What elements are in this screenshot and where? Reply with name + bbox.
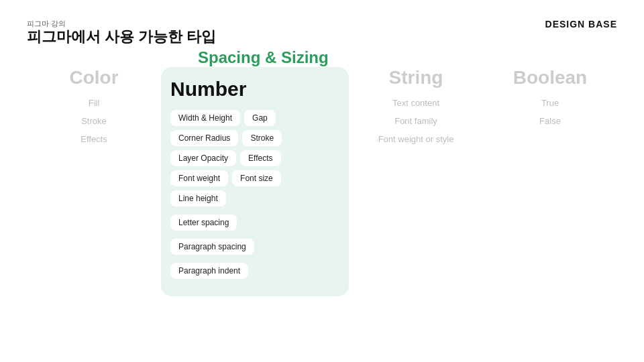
tag-gap: Gap xyxy=(244,110,276,126)
tag-paragraph-indent: Paragraph indent xyxy=(170,263,248,279)
columns-container: Color Fill Stroke Effects Number Width &… xyxy=(27,67,617,296)
color-item-effects: Effects xyxy=(80,133,107,145)
tag-letter-spacing: Letter spacing xyxy=(170,215,237,231)
boolean-items: True False xyxy=(483,97,617,127)
tag-stroke: Stroke xyxy=(242,130,282,146)
color-column: Color Fill Stroke Effects xyxy=(27,67,161,145)
boolean-item-false: False xyxy=(539,115,561,127)
tag-font-size: Font size xyxy=(232,170,281,186)
string-items: Text content Font family Font weight or … xyxy=(349,97,483,145)
main-title: 피그마에서 사용 가능한 타입 xyxy=(27,27,216,47)
brand-logo: DESIGN BASE xyxy=(545,19,617,29)
section-heading: Spacing & Sizing xyxy=(198,48,329,67)
tag-layer-opacity: Layer Opacity xyxy=(170,150,236,166)
color-item-stroke: Stroke xyxy=(81,115,107,127)
number-box: Number Width & Height Gap Corner Radius … xyxy=(161,67,349,296)
tag-font-weight: Font weight xyxy=(170,170,228,186)
tag-effects: Effects xyxy=(240,150,280,166)
string-header: String xyxy=(389,67,443,88)
color-items: Fill Stroke Effects xyxy=(27,97,161,145)
color-header: Color xyxy=(69,67,118,88)
tags-row-3: Layer Opacity Effects xyxy=(170,150,339,166)
tags-row-2: Corner Radius Stroke xyxy=(170,130,339,146)
tags-row-4: Font weight Font size xyxy=(170,170,339,186)
boolean-header: Boolean xyxy=(513,67,587,88)
boolean-column: Boolean True False xyxy=(483,67,617,127)
string-column: String Text content Font family Font wei… xyxy=(349,67,483,145)
tags-row-1: Width & Height Gap xyxy=(170,110,339,126)
string-item-font-weight-style: Font weight or style xyxy=(378,133,454,145)
tag-paragraph-spacing: Paragraph spacing xyxy=(170,239,254,255)
tag-width-height: Width & Height xyxy=(170,110,240,126)
number-title: Number xyxy=(170,78,339,101)
string-item-text-content: Text content xyxy=(392,97,439,109)
tag-line-height: Line height xyxy=(170,190,226,206)
string-item-font-family: Font family xyxy=(394,115,437,127)
color-item-fill: Fill xyxy=(89,97,100,109)
boolean-item-true: True xyxy=(541,97,559,109)
tag-corner-radius: Corner Radius xyxy=(170,130,238,146)
number-column: Number Width & Height Gap Corner Radius … xyxy=(161,67,349,296)
